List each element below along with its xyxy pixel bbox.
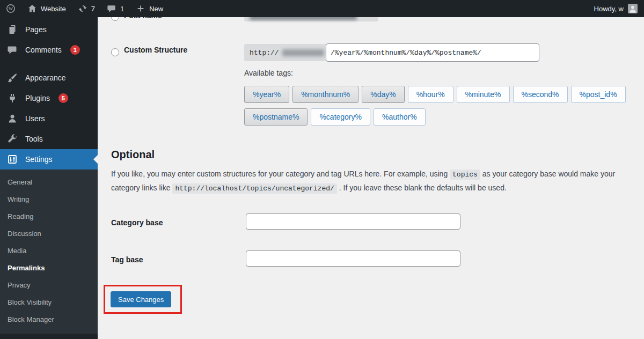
submenu-item-permalinks[interactable]: Permalinks <box>0 260 98 277</box>
sidebar-item-pages[interactable]: Pages <box>0 19 98 40</box>
sidebar-item-plugins[interactable]: Plugins 5 <box>0 88 98 108</box>
comments-count: 1 <box>120 5 124 13</box>
blurred-host <box>282 49 324 56</box>
submenu-item-writing[interactable]: Writing <box>0 191 98 208</box>
submenu-item-privacy[interactable]: Privacy <box>0 277 98 294</box>
optional-heading: Optional <box>111 149 155 161</box>
comment-bubble-icon <box>107 4 116 13</box>
comments-indicator[interactable]: 1 <box>101 0 130 17</box>
permalinks-settings-content: Post name Custom Structure http:// Avail… <box>98 17 644 339</box>
tag-button-minute[interactable]: %minute% <box>457 86 510 103</box>
tag-button-year[interactable]: %year% <box>244 86 289 103</box>
comment-bubble-icon <box>7 45 18 55</box>
admin-menu: Pages Comments 1 Appearance Plug <box>0 17 98 334</box>
post-name-radio[interactable] <box>111 17 119 21</box>
submenu-item-general[interactable]: General <box>0 174 98 191</box>
new-label: New <box>149 5 163 13</box>
optional-description: If you like, you may enter custom struct… <box>111 167 621 195</box>
wrench-icon <box>7 134 18 144</box>
sidebar-item-settings[interactable]: Settings <box>0 149 98 170</box>
available-tags-label: Available tags: <box>244 69 293 77</box>
home-icon <box>27 4 37 13</box>
pages-icon <box>7 24 18 35</box>
submenu-item-media[interactable]: Media <box>0 242 98 260</box>
updates-count: 7 <box>91 5 95 13</box>
sidebar-item-label: Pages <box>25 25 47 34</box>
submenu-item-reading[interactable]: Reading <box>0 208 98 225</box>
tag-button-author[interactable]: %author% <box>374 108 426 126</box>
example-url-code: http://localhost/topics/uncategorized/ <box>172 183 336 194</box>
topics-code: topics <box>450 170 480 180</box>
wordpress-menu[interactable]: W <box>0 0 21 17</box>
sidebar-item-tools[interactable]: Tools <box>0 129 98 149</box>
category-base-input[interactable] <box>246 213 460 230</box>
tag-button-postname[interactable]: %postname% <box>244 108 308 126</box>
tag-base-label: Tag base <box>111 255 143 264</box>
custom-structure-radio[interactable] <box>111 48 119 56</box>
tag-button-hour[interactable]: %hour% <box>408 86 453 103</box>
url-prefix-chip: http:// <box>244 44 330 61</box>
admin-sidebar: Pages Comments 1 Appearance Plug <box>0 17 98 339</box>
site-link[interactable]: Website <box>21 0 72 17</box>
permalink-structure-input[interactable] <box>326 43 539 62</box>
custom-structure-label: Custom Structure <box>124 46 187 54</box>
site-name: Website <box>41 5 66 13</box>
sidebar-item-appearance[interactable]: Appearance <box>0 68 98 88</box>
wordpress-admin-page: W Website 7 1 New How <box>0 0 644 339</box>
sidebar-item-label: Users <box>25 114 45 123</box>
url-prefix-text: http:// <box>250 49 279 57</box>
menu-separator <box>0 60 98 68</box>
svg-text:W: W <box>9 6 13 11</box>
new-content-menu[interactable]: New <box>130 0 169 17</box>
sidebar-item-label: Comments <box>25 46 62 54</box>
category-base-label: Category base <box>111 218 163 227</box>
wordpress-logo-icon: W <box>6 4 16 13</box>
submenu-item-discussion[interactable]: Discussion <box>0 225 98 242</box>
tag-button-post-id[interactable]: %post_id% <box>571 86 626 103</box>
submenu-item-block-manager[interactable]: Block Manager <box>0 311 98 328</box>
post-name-label: Post name <box>124 17 162 20</box>
settings-submenu: General Writing Reading Discussion Media… <box>0 170 98 334</box>
available-tags-row-2: %postname% %category% %author% <box>244 108 426 126</box>
account-menu[interactable]: Howdy, w <box>594 4 644 13</box>
sidebar-item-users[interactable]: Users <box>0 108 98 129</box>
tag-base-input[interactable] <box>246 250 460 267</box>
sidebar-item-label: Plugins <box>25 94 50 102</box>
plugins-badge: 5 <box>58 93 68 103</box>
post-name-url-preview <box>244 17 378 21</box>
paintbrush-icon <box>7 72 18 83</box>
sidebar-item-comments[interactable]: Comments 1 <box>0 40 98 60</box>
tag-button-day[interactable]: %day% <box>362 86 404 103</box>
updates-indicator[interactable]: 7 <box>72 0 101 17</box>
description-text-1: If you like, you may enter custom struct… <box>111 170 450 178</box>
plug-icon <box>7 93 18 104</box>
tag-button-second[interactable]: %second% <box>513 86 568 103</box>
updates-refresh-icon <box>78 4 87 13</box>
admin-bar: W Website 7 1 New How <box>0 0 644 17</box>
comments-badge: 1 <box>70 45 80 55</box>
tag-button-monthnum[interactable]: %monthnum% <box>292 86 358 103</box>
sidebar-item-label: Tools <box>25 135 43 143</box>
blurred-url-preview <box>250 17 357 20</box>
sidebar-item-label: Settings <box>25 155 53 164</box>
plus-icon <box>136 4 145 13</box>
howdy-text: Howdy, w <box>594 5 624 13</box>
tag-button-category[interactable]: %category% <box>311 108 370 126</box>
sidebar-item-label: Appearance <box>25 73 66 82</box>
available-tags-row-1: %year% %monthnum% %day% %hour% %minute% … <box>244 86 626 103</box>
settings-sliders-icon <box>7 154 18 165</box>
submenu-item-block-visibility[interactable]: Block Visibility <box>0 294 98 311</box>
save-changes-button[interactable]: Save Changes <box>111 291 171 307</box>
description-text-3: . If you leave these blank the defaults … <box>337 183 507 192</box>
user-avatar <box>628 4 638 13</box>
user-icon <box>7 113 18 124</box>
